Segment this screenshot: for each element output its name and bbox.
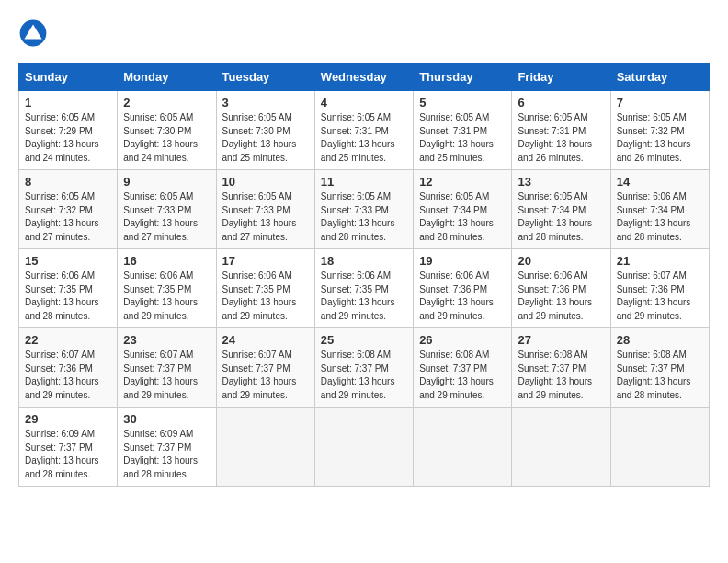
calendar-row: 8Sunrise: 6:05 AMSunset: 7:32 PMDaylight… [19,170,710,249]
day-number: 16 [123,254,210,268]
day-number: 11 [321,175,407,189]
calendar-cell: 30Sunrise: 6:09 AMSunset: 7:37 PMDayligh… [118,408,216,487]
calendar-cell [610,408,709,487]
day-info: Sunrise: 6:05 AMSunset: 7:32 PMDaylight:… [25,190,111,244]
day-number: 3 [222,96,309,109]
day-info: Sunrise: 6:07 AMSunset: 7:36 PMDaylight:… [617,270,703,323]
day-header-monday: Monday [118,63,216,91]
calendar-body: 1Sunrise: 6:05 AMSunset: 7:29 PMDaylight… [19,91,710,487]
day-header-thursday: Thursday [414,63,512,91]
day-info: Sunrise: 6:06 AMSunset: 7:35 PMDaylight:… [321,270,407,323]
calendar-cell: 5Sunrise: 6:05 AMSunset: 7:31 PMDaylight… [414,91,512,170]
calendar-cell: 13Sunrise: 6:05 AMSunset: 7:34 PMDayligh… [512,170,610,249]
calendar-cell: 15Sunrise: 6:06 AMSunset: 7:35 PMDayligh… [19,249,118,328]
calendar-header: SundayMondayTuesdayWednesdayThursdayFrid… [19,63,710,91]
day-info: Sunrise: 6:06 AMSunset: 7:34 PMDaylight:… [617,190,703,244]
calendar-cell: 26Sunrise: 6:08 AMSunset: 7:37 PMDayligh… [414,328,512,408]
day-info: Sunrise: 6:05 AMSunset: 7:31 PMDaylight:… [419,111,506,165]
day-info: Sunrise: 6:09 AMSunset: 7:37 PMDaylight:… [25,428,111,481]
day-number: 26 [419,333,506,347]
day-number: 14 [617,175,703,189]
calendar-cell: 27Sunrise: 6:08 AMSunset: 7:37 PMDayligh… [512,328,610,408]
day-header-tuesday: Tuesday [216,63,314,91]
calendar-table: SundayMondayTuesdayWednesdayThursdayFrid… [18,63,710,487]
day-number: 17 [222,254,309,268]
day-number: 18 [321,254,407,268]
day-info: Sunrise: 6:06 AMSunset: 7:36 PMDaylight:… [518,270,604,323]
day-info: Sunrise: 6:06 AMSunset: 7:35 PMDaylight:… [25,270,111,323]
calendar-cell [512,408,610,487]
day-info: Sunrise: 6:09 AMSunset: 7:37 PMDaylight:… [123,428,210,481]
calendar-row: 15Sunrise: 6:06 AMSunset: 7:35 PMDayligh… [19,249,710,328]
day-number: 6 [518,96,604,109]
day-number: 20 [518,254,604,268]
day-info: Sunrise: 6:08 AMSunset: 7:37 PMDaylight:… [321,349,407,402]
calendar-cell: 29Sunrise: 6:09 AMSunset: 7:37 PMDayligh… [19,408,118,487]
calendar-cell: 18Sunrise: 6:06 AMSunset: 7:35 PMDayligh… [314,249,413,328]
day-info: Sunrise: 6:06 AMSunset: 7:36 PMDaylight:… [419,270,506,323]
day-number: 21 [617,254,703,268]
calendar-cell: 12Sunrise: 6:05 AMSunset: 7:34 PMDayligh… [414,170,512,249]
calendar-cell: 25Sunrise: 6:08 AMSunset: 7:37 PMDayligh… [314,328,413,408]
day-info: Sunrise: 6:05 AMSunset: 7:34 PMDaylight:… [419,190,506,244]
day-number: 24 [222,333,309,347]
calendar-row: 1Sunrise: 6:05 AMSunset: 7:29 PMDaylight… [19,91,710,170]
day-number: 2 [123,96,210,109]
calendar-cell: 21Sunrise: 6:07 AMSunset: 7:36 PMDayligh… [610,249,709,328]
calendar-row: 22Sunrise: 6:07 AMSunset: 7:36 PMDayligh… [19,328,710,408]
day-number: 12 [419,175,506,189]
page-header [18,18,710,48]
calendar-cell: 4Sunrise: 6:05 AMSunset: 7:31 PMDaylight… [314,91,413,170]
day-info: Sunrise: 6:07 AMSunset: 7:36 PMDaylight:… [25,349,111,402]
calendar-cell: 19Sunrise: 6:06 AMSunset: 7:36 PMDayligh… [414,249,512,328]
day-info: Sunrise: 6:08 AMSunset: 7:37 PMDaylight:… [617,349,703,402]
calendar-cell: 23Sunrise: 6:07 AMSunset: 7:37 PMDayligh… [118,328,216,408]
calendar-cell: 2Sunrise: 6:05 AMSunset: 7:30 PMDaylight… [118,91,216,170]
calendar-cell [314,408,413,487]
day-info: Sunrise: 6:05 AMSunset: 7:31 PMDaylight:… [518,111,604,165]
day-info: Sunrise: 6:08 AMSunset: 7:37 PMDaylight:… [518,349,604,402]
day-info: Sunrise: 6:05 AMSunset: 7:29 PMDaylight:… [25,111,111,165]
calendar-cell: 7Sunrise: 6:05 AMSunset: 7:32 PMDaylight… [610,91,709,170]
calendar-cell: 22Sunrise: 6:07 AMSunset: 7:36 PMDayligh… [19,328,118,408]
day-info: Sunrise: 6:06 AMSunset: 7:35 PMDaylight:… [123,270,210,323]
day-number: 5 [419,96,506,109]
day-info: Sunrise: 6:07 AMSunset: 7:37 PMDaylight:… [123,349,210,402]
calendar-cell [414,408,512,487]
logo-icon [18,18,48,48]
day-info: Sunrise: 6:05 AMSunset: 7:32 PMDaylight:… [617,111,703,165]
day-header-saturday: Saturday [610,63,709,91]
calendar-cell: 11Sunrise: 6:05 AMSunset: 7:33 PMDayligh… [314,170,413,249]
day-number: 10 [222,175,309,189]
day-info: Sunrise: 6:07 AMSunset: 7:37 PMDaylight:… [222,349,309,402]
calendar-cell: 8Sunrise: 6:05 AMSunset: 7:32 PMDaylight… [19,170,118,249]
calendar-cell: 16Sunrise: 6:06 AMSunset: 7:35 PMDayligh… [118,249,216,328]
calendar-cell: 3Sunrise: 6:05 AMSunset: 7:30 PMDaylight… [216,91,314,170]
calendar-cell: 20Sunrise: 6:06 AMSunset: 7:36 PMDayligh… [512,249,610,328]
day-info: Sunrise: 6:06 AMSunset: 7:35 PMDaylight:… [222,270,309,323]
day-number: 30 [123,412,210,426]
calendar-cell: 10Sunrise: 6:05 AMSunset: 7:33 PMDayligh… [216,170,314,249]
calendar-cell: 6Sunrise: 6:05 AMSunset: 7:31 PMDaylight… [512,91,610,170]
day-number: 13 [518,175,604,189]
calendar-cell: 9Sunrise: 6:05 AMSunset: 7:33 PMDaylight… [118,170,216,249]
calendar-cell: 24Sunrise: 6:07 AMSunset: 7:37 PMDayligh… [216,328,314,408]
day-number: 15 [25,254,111,268]
logo [18,18,53,48]
calendar-cell [216,408,314,487]
calendar-row: 29Sunrise: 6:09 AMSunset: 7:37 PMDayligh… [19,408,710,487]
calendar-cell: 28Sunrise: 6:08 AMSunset: 7:37 PMDayligh… [610,328,709,408]
day-number: 1 [25,96,111,109]
day-number: 25 [321,333,407,347]
day-info: Sunrise: 6:05 AMSunset: 7:34 PMDaylight:… [518,190,604,244]
calendar-cell: 17Sunrise: 6:06 AMSunset: 7:35 PMDayligh… [216,249,314,328]
day-header-sunday: Sunday [19,63,118,91]
day-number: 8 [25,175,111,189]
day-header-wednesday: Wednesday [314,63,413,91]
day-number: 28 [617,333,703,347]
day-number: 29 [25,412,111,426]
day-info: Sunrise: 6:05 AMSunset: 7:31 PMDaylight:… [321,111,407,165]
day-number: 23 [123,333,210,347]
day-info: Sunrise: 6:05 AMSunset: 7:33 PMDaylight:… [222,190,309,244]
day-info: Sunrise: 6:05 AMSunset: 7:30 PMDaylight:… [123,111,210,165]
